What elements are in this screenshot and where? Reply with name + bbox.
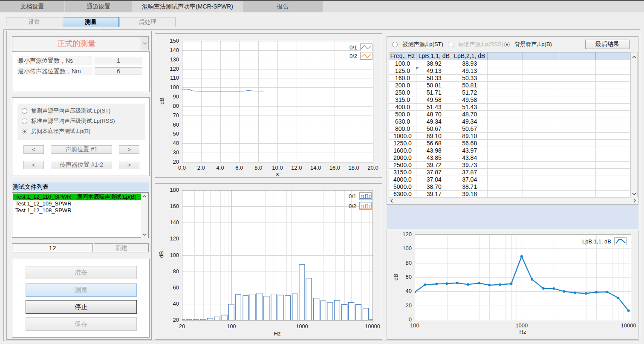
table-cell[interactable] [596,67,630,75]
table-vertical-scrollbar[interactable] [630,52,638,197]
table-cell[interactable]: 37.04 [416,176,452,183]
table-cell[interactable] [596,140,630,147]
file-list-scrollbar[interactable] [141,193,148,238]
table-header-cell[interactable]: LpB,2,1, dB [452,52,488,60]
table-cell[interactable]: 1250.0 [389,140,416,147]
table-cell[interactable] [596,82,630,89]
table-cell[interactable] [488,176,523,183]
table-cell[interactable]: 37.87 [452,169,488,176]
test-file-listbox[interactable]: Test 1_12_110_SPWR 房间本底噪声测试,Lp(B) Test 1… [12,192,149,238]
position-prev-button[interactable]: < [23,145,44,154]
table-header-cell[interactable] [559,52,596,60]
table-row[interactable]: 250.051.7151.72 [389,89,630,96]
table-cell[interactable]: 37.87 [416,169,452,176]
test-type-radio-2[interactable]: 房间本底噪声测试,Lp(B) [22,128,90,134]
list-item[interactable]: Test 1_12_110_SPWR 房间本底噪声测试,Lp(B) [13,194,142,200]
scroll-up-icon[interactable] [141,193,148,200]
action-button-0[interactable]: 准备 [26,266,137,279]
table-cell[interactable]: 1000.0 [389,133,416,140]
table-cell[interactable] [559,140,596,147]
table-row[interactable]: 200.050.8150.81 [389,82,630,89]
table-cell[interactable]: 38.70 [416,183,452,191]
table-cell[interactable] [523,169,559,176]
table-cell[interactable]: 315.0 [389,96,416,104]
scroll-left-icon[interactable] [390,197,393,205]
table-cell[interactable] [523,133,559,140]
table-cell[interactable]: 250.0 [389,89,416,96]
table-cell[interactable] [596,147,630,154]
test-type-radio-1[interactable]: 标准声源平均声压级测试,Lp(RSS) [22,118,115,124]
table-cell[interactable] [488,111,523,118]
table-cell[interactable] [488,169,523,176]
table-cell[interactable]: 400.0 [389,104,416,111]
table-cell[interactable]: 43.85 [416,154,452,162]
table-row[interactable]: 5000.038.7038.71 [389,183,630,191]
final-result-button[interactable]: 最后结果 [585,40,630,49]
table-cell[interactable]: 51.43 [452,104,488,111]
table-cell[interactable] [596,60,630,67]
table-cell[interactable] [488,183,523,191]
table-cell[interactable]: 51.71 [416,89,452,96]
source-radio-2[interactable]: 背景噪声,Lp(B) [504,41,552,47]
table-header-cell[interactable] [488,52,523,60]
table-row[interactable]: 500.048.7048.70 [389,111,630,118]
source-radio-1[interactable]: 标准声源,Lp(RSS) [448,41,503,47]
table-cell[interactable] [523,191,559,198]
table-cell[interactable] [596,104,630,111]
test-counter-field[interactable]: 12 [12,243,93,252]
table-cell[interactable]: 2500.0 [389,162,416,169]
table-row[interactable]: 1250.056.6856.68 [389,140,630,147]
table-cell[interactable]: 50.33 [416,75,452,82]
table-cell[interactable] [523,111,559,118]
top-tab-2[interactable]: 混响室法测试声功率(MCR-SPWR) [133,1,243,12]
table-cell[interactable] [523,176,559,183]
table-cell[interactable] [523,60,559,67]
table-cell[interactable]: 49.13 [452,67,488,75]
sub-tab-2[interactable]: 后处理 [119,17,176,27]
table-cell[interactable] [559,154,596,162]
table-cell[interactable] [596,169,630,176]
table-cell[interactable] [488,191,523,198]
table-cell[interactable] [488,118,523,125]
radio-icon[interactable] [22,129,27,134]
table-cell[interactable] [559,125,596,133]
table-cell[interactable] [596,89,630,96]
table-row[interactable]: 315.049.5849.58 [389,96,630,104]
sub-tab-0[interactable]: 设置 [6,17,62,27]
table-cell[interactable] [559,169,596,176]
position-label-button[interactable]: 声源位置 #1 [51,145,112,154]
table-row[interactable]: 1000.089.1089.10 [389,133,630,140]
table-header-cell[interactable]: LpB,1,1, dB [416,52,452,60]
table-cell[interactable] [559,89,596,96]
sub-tab-1[interactable]: 测量 [63,17,119,27]
scroll-right-icon[interactable] [633,197,636,205]
top-tab-1[interactable]: 通道设置 [65,1,133,12]
radio-icon[interactable] [392,42,398,47]
radio-icon[interactable] [22,108,27,114]
table-cell[interactable]: 2000.0 [389,154,416,162]
table-cell[interactable] [488,162,523,169]
table-cell[interactable] [488,96,523,104]
table-cell[interactable]: 200.0 [389,82,416,89]
param-value-field[interactable]: 1 [95,57,142,64]
table-cell[interactable] [523,125,559,133]
top-tab-3[interactable]: 报告 [243,1,323,12]
measurement-mode-dropdown[interactable]: 正式的测量 [12,36,149,50]
table-cell[interactable]: 89.10 [416,133,452,140]
table-cell[interactable] [488,140,523,147]
table-cell[interactable]: 51.43 [416,104,452,111]
table-cell[interactable] [596,176,630,183]
table-row[interactable]: 6300.039.1739.18 [389,191,630,198]
table-cell[interactable] [523,89,559,96]
table-cell[interactable]: 50.67 [416,125,452,133]
table-cell[interactable]: 49.58 [416,96,452,104]
table-cell[interactable]: 4000.0 [389,176,416,183]
table-cell[interactable]: 49.58 [452,96,488,104]
list-item[interactable]: Test 1_12_109_SPWR [13,200,142,207]
radio-icon[interactable] [22,119,27,124]
table-cell[interactable] [596,133,630,140]
table-cell[interactable]: 48.70 [452,111,488,118]
table-cell[interactable]: 49.34 [452,118,488,125]
table-cell[interactable] [523,96,559,104]
param-value-field[interactable]: 6 [95,67,142,75]
